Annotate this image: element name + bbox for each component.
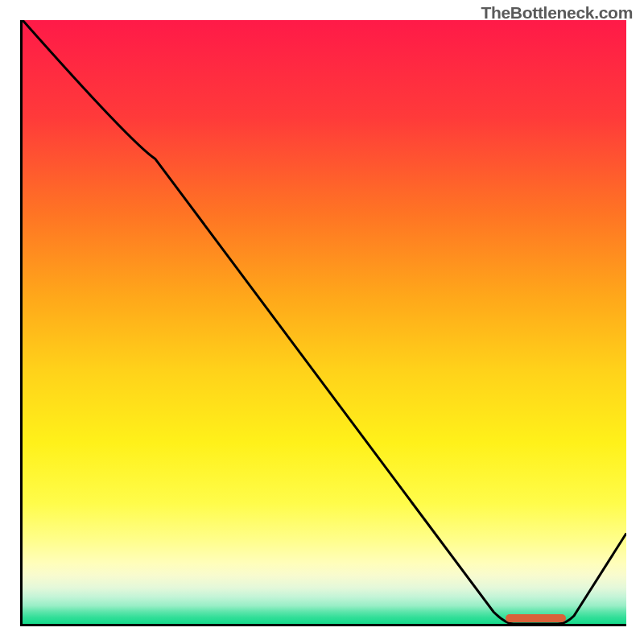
plot-area	[20, 20, 626, 626]
chart-container: TheBottleneck.com	[0, 0, 644, 644]
bottleneck-line	[23, 20, 626, 624]
optimal-range-marker	[506, 614, 566, 622]
